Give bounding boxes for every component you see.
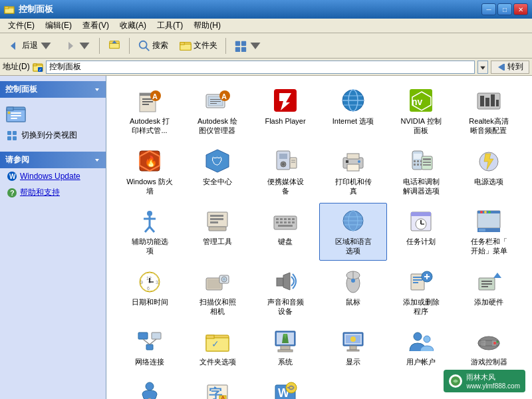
view-button[interactable] xyxy=(229,37,267,55)
forward-button[interactable] xyxy=(59,37,96,55)
menu-favorites[interactable]: 收藏(A) xyxy=(114,19,152,33)
icon-accessibility[interactable]: 辅助功能选项 xyxy=(116,203,184,261)
menu-edit[interactable]: 编辑(E) xyxy=(40,19,77,33)
svg-rect-153 xyxy=(207,279,221,289)
svg-marker-26 xyxy=(498,64,503,70)
keyboard-img xyxy=(272,207,299,234)
icon-portable-media[interactable]: 便携媒体设备 xyxy=(251,143,319,201)
svg-rect-165 xyxy=(413,279,422,281)
sidebar-item-switch-view[interactable]: 切换到分类视图 xyxy=(0,127,106,144)
mouse-img xyxy=(340,268,366,295)
svg-marker-3 xyxy=(11,42,15,50)
maximize-button[interactable]: □ xyxy=(497,3,512,15)
up-button[interactable] xyxy=(103,37,126,55)
back-button[interactable]: 后退 xyxy=(3,37,57,55)
address-input[interactable]: 控制面板 xyxy=(46,61,475,74)
sidebar-seealso-title: 请参阅 xyxy=(5,154,29,166)
nvidia-label: NVIDIA 控制面板 xyxy=(400,116,441,136)
icon-game-controllers[interactable]: 游戏控制器 xyxy=(455,323,523,371)
svg-rect-39 xyxy=(13,136,17,140)
svg-rect-37 xyxy=(13,131,17,135)
help-label: 帮助和支持 xyxy=(20,187,60,198)
toolbar-sep-3 xyxy=(225,38,226,54)
internet-options-label: Internet 选项 xyxy=(332,116,374,126)
icon-internet-options[interactable]: Internet 选项 xyxy=(319,82,387,140)
icon-regional-language[interactable]: 区域和语言选项 xyxy=(319,203,387,261)
sidebar-item-windows-update[interactable]: W Windows Update xyxy=(0,168,106,184)
icon-scheduled-tasks[interactable]: 任务计划 xyxy=(387,203,455,261)
icon-add-remove[interactable]: 添加或删除程序 xyxy=(387,263,455,321)
icon-scanner-camera[interactable]: 扫描仪和照相机 xyxy=(184,263,251,321)
icon-network[interactable]: 网络连接 xyxy=(116,323,184,371)
folders-label: 文件夹 xyxy=(194,40,217,51)
icon-phone-modem[interactable]: 电话和调制解调器选项 xyxy=(387,143,455,201)
svg-rect-49 xyxy=(142,104,149,105)
svg-line-11 xyxy=(146,47,149,50)
icon-power[interactable]: 电源选项 xyxy=(455,143,523,201)
toolbar-sep-2 xyxy=(129,38,130,54)
icon-auto-update[interactable]: W 自动更新 xyxy=(251,374,319,399)
sidebar-seealso-header[interactable]: 请参阅 xyxy=(0,152,106,168)
icon-sound-audio[interactable]: 声音和音频设备 xyxy=(251,263,319,321)
system-img xyxy=(272,328,299,354)
view-dropdown-icon xyxy=(249,39,262,53)
go-button[interactable]: 转到 xyxy=(491,61,529,74)
svg-text:🛡: 🛡 xyxy=(211,155,223,168)
sidebar-item-help[interactable]: ? 帮助和支持 xyxy=(0,184,106,201)
icon-realtek[interactable]: Realtek高清晰音频配置 xyxy=(455,82,523,140)
svg-rect-176 xyxy=(152,332,161,339)
sidebar-section-header-controlpanel[interactable]: 控制面板 xyxy=(0,81,106,98)
icon-taskbar[interactable]: 任务栏和「开始」菜单 xyxy=(455,203,523,261)
close-button[interactable]: ✕ xyxy=(513,3,528,15)
icon-display[interactable]: 显示 xyxy=(319,323,387,371)
realtek-img xyxy=(475,87,502,114)
svg-rect-186 xyxy=(281,346,290,350)
watermark-icon xyxy=(450,376,461,386)
accessibility-img xyxy=(136,207,163,234)
icon-keyboard[interactable]: 键盘 xyxy=(251,203,319,261)
search-button[interactable]: 搜索 xyxy=(133,37,173,55)
icon-folder-options[interactable]: ✓ 文件夹选项 xyxy=(184,323,251,371)
svg-rect-55 xyxy=(210,101,221,102)
main-layout: 控制面板 xyxy=(0,76,532,399)
icon-fonts[interactable]: 字 A 字体 xyxy=(184,374,251,399)
date-time-img: 12 6 9 3 xyxy=(136,268,163,295)
icon-user-accounts[interactable]: 用户帐户 xyxy=(387,323,455,371)
svg-point-104 xyxy=(147,211,152,216)
address-dropdown-button[interactable] xyxy=(477,61,488,74)
svg-rect-16 xyxy=(241,41,246,45)
menu-file[interactable]: 文件(E) xyxy=(3,19,40,33)
display-label: 显示 xyxy=(346,357,360,366)
windows-update-label: Windows Update xyxy=(20,172,80,181)
icon-add-hardware[interactable]: 添加硬件 xyxy=(455,263,523,321)
svg-rect-73 xyxy=(496,100,499,106)
icon-date-time[interactable]: 12 6 9 3 日期和时间 xyxy=(116,263,184,321)
folders-icon xyxy=(179,39,192,53)
menu-tools[interactable]: 工具(T) xyxy=(152,19,188,33)
icon-autodesk-plotter[interactable]: A Autodesk 绘图仪管理器 xyxy=(184,82,251,140)
svg-rect-199 xyxy=(478,340,499,346)
svg-rect-101 xyxy=(423,162,431,163)
svg-rect-88 xyxy=(347,164,359,171)
switch-view-icon xyxy=(7,130,17,141)
folders-button[interactable]: 文件夹 xyxy=(174,37,222,55)
icon-nvidia[interactable]: nv NVIDIA 控制面板 xyxy=(387,82,455,140)
icon-flash-player[interactable]: Flash Player xyxy=(251,82,319,140)
icon-admin-tools[interactable]: 管理工具 xyxy=(184,203,251,261)
minimize-button[interactable]: ─ xyxy=(481,3,496,15)
windows-firewall-label: Windows 防火墙 xyxy=(126,177,173,196)
svg-point-139 xyxy=(484,211,487,213)
icon-mouse[interactable]: 鼠标 xyxy=(319,263,387,321)
sound-audio-img xyxy=(272,268,299,295)
svg-rect-173 xyxy=(481,286,488,287)
menu-help[interactable]: 帮助(H) xyxy=(188,19,226,33)
icon-speech[interactable]: 语音 xyxy=(116,374,184,399)
menu-view[interactable]: 查看(V) xyxy=(77,19,114,33)
icon-printers[interactable]: 打印机和传真 xyxy=(319,143,387,201)
svg-point-196 xyxy=(414,332,422,340)
icon-security-center[interactable]: 🛡 安全中心 xyxy=(184,143,251,201)
icon-system[interactable]: 系统 xyxy=(251,323,319,371)
icon-autodesk-print[interactable]: A Autodesk 打印样式管... xyxy=(116,82,184,140)
svg-rect-112 xyxy=(210,221,218,223)
icon-windows-firewall[interactable]: 🔥 Windows 防火墙 xyxy=(116,143,184,201)
